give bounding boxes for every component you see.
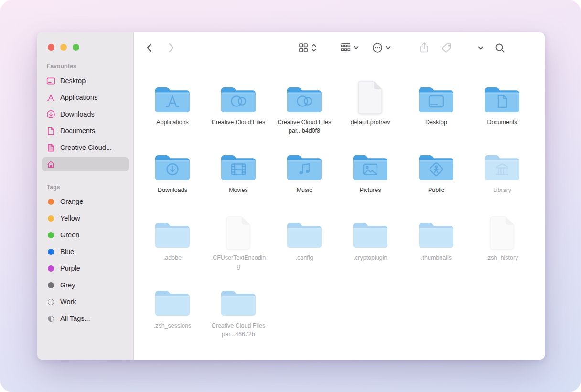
favourites-section-title: Favourites [47, 63, 133, 70]
minimize-button[interactable] [60, 44, 67, 51]
folder-documents[interactable]: Documents [469, 74, 535, 142]
folder-config[interactable]: .config [271, 210, 337, 278]
folder-adobe[interactable]: .adobe [140, 210, 205, 278]
folder-creative-cloud-files-par-b4d0f8[interactable]: Creative Cloud Files par...b4d0f8 [271, 74, 337, 142]
tag-button[interactable] [441, 42, 452, 53]
file-name-label: Library [493, 186, 511, 194]
sidebar-item-label: Creative Cloud... [60, 144, 112, 151]
folder-icon [418, 74, 455, 115]
view-switcher-button[interactable] [299, 43, 317, 53]
sidebar-item-desktop[interactable]: Desktop [42, 74, 129, 88]
tag-item-purple[interactable]: Purple [42, 261, 129, 275]
folder-downloads[interactable]: Downloads [140, 142, 205, 210]
window-controls [37, 44, 133, 51]
share-icon [420, 42, 429, 53]
search-button[interactable] [495, 43, 505, 53]
file-zsh-history[interactable]: .zsh_history [469, 210, 535, 278]
tag-label: Green [60, 231, 79, 239]
folder-icon [154, 210, 191, 250]
sidebar-item-label: Documents [60, 127, 95, 135]
home-icon [46, 160, 55, 169]
tag-item-yellow[interactable]: Yellow [42, 211, 129, 225]
folder-desktop[interactable]: Desktop [403, 74, 469, 142]
sidebar-item-applications[interactable]: Applications [42, 90, 129, 105]
folder-thumbnails[interactable]: .thumbnails [403, 210, 469, 278]
toolbar-overflow-button[interactable] [478, 46, 484, 50]
file-name-label: .thumbnails [421, 254, 452, 262]
tag-item-grey[interactable]: Grey [42, 278, 129, 292]
sidebar-item-documents[interactable]: Documents [42, 124, 129, 138]
folder-icon [484, 142, 521, 182]
tag-color-dot [48, 199, 54, 205]
file-cfusertextencoding[interactable]: .CFUserTextEncoding [205, 210, 271, 278]
file-name-label: Applications [156, 118, 188, 127]
back-button[interactable] [145, 42, 154, 53]
document-icon [225, 210, 252, 250]
file-name-label: .cryptoplugin [354, 254, 387, 262]
folder-public[interactable]: Public [403, 142, 469, 210]
forward-button[interactable] [167, 42, 175, 53]
folder-pictures[interactable]: Pictures [337, 142, 403, 210]
desktop-background: Favourites DesktopApplicationsDownloadsD… [0, 0, 581, 392]
applications-sidebar-icon [46, 93, 55, 102]
more-options-button[interactable] [372, 42, 391, 53]
file-default-profraw[interactable]: default.profraw [337, 74, 403, 142]
tag-item-work[interactable]: Work [42, 295, 129, 309]
folder-icon [352, 210, 389, 250]
folder-creative-cloud-files[interactable]: Creative Cloud Files [205, 74, 271, 142]
search-icon [495, 43, 505, 53]
tag-color-dot [48, 265, 54, 272]
folder-icon [220, 74, 257, 115]
view-picker-chevrons-icon [311, 43, 317, 53]
sidebar-item-home[interactable] [42, 157, 129, 171]
file-name-label: Documents [487, 118, 517, 127]
folder-music[interactable]: Music [271, 142, 337, 210]
sidebar-item-label: Downloads [60, 110, 95, 118]
tag-item-orange[interactable]: Orange [42, 194, 129, 209]
tags-section-title: Tags [47, 184, 133, 191]
file-name-label: .zsh_sessions [154, 321, 192, 330]
close-button[interactable] [48, 44, 54, 51]
folder-icon [286, 210, 323, 250]
document-icon [488, 210, 516, 250]
tag-label: Grey [60, 281, 75, 289]
tag-color-dot [48, 215, 54, 222]
folder-icon [154, 74, 191, 115]
folder-icon [352, 142, 389, 182]
group-by-button[interactable] [341, 43, 359, 53]
finder-window: Favourites DesktopApplicationsDownloadsD… [37, 32, 545, 360]
sidebar-item-creative-cloud[interactable]: Creative Cloud... [42, 140, 129, 155]
file-name-label: Movies [229, 186, 248, 194]
folder-applications[interactable]: Applications [140, 74, 205, 142]
toolbar [134, 32, 545, 63]
chevron-down-icon [478, 46, 484, 50]
tag-color-dot [48, 249, 54, 255]
folder-icon [418, 142, 455, 182]
chevron-down-icon [386, 46, 391, 50]
tags-list: OrangeYellowGreenBluePurpleGreyWorkAll T… [37, 194, 133, 326]
document-icon [356, 74, 384, 115]
sidebar-item-downloads[interactable]: Downloads [42, 107, 129, 121]
folder-icon [418, 210, 455, 250]
tag-color-dot [48, 282, 54, 288]
tag-item-blue[interactable]: Blue [42, 244, 129, 259]
folder-library[interactable]: Library [469, 142, 535, 210]
folder-movies[interactable]: Movies [205, 142, 271, 210]
file-name-label: Desktop [425, 118, 447, 127]
zoom-button[interactable] [73, 44, 79, 51]
tag-label: Blue [60, 248, 74, 255]
share-button[interactable] [420, 42, 429, 53]
folder-cryptoplugin[interactable]: .cryptoplugin [337, 210, 403, 278]
sidebar-item-label: Desktop [60, 77, 86, 85]
file-name-label: default.profraw [351, 118, 390, 127]
tag-item-all-tags[interactable]: All Tags... [42, 311, 129, 326]
folder-icon [286, 142, 323, 182]
tag-label: Orange [60, 198, 83, 205]
folder-creative-cloud-files-par-46672b[interactable]: Creative Cloud Files par...46672b [205, 278, 271, 346]
folder-icon [220, 142, 257, 182]
file-name-label: .config [296, 254, 313, 262]
sidebar: Favourites DesktopApplicationsDownloadsD… [37, 32, 134, 360]
tag-item-green[interactable]: Green [42, 228, 129, 242]
file-name-label: Creative Cloud Files [212, 118, 266, 127]
folder-zsh-sessions[interactable]: .zsh_sessions [140, 278, 205, 346]
